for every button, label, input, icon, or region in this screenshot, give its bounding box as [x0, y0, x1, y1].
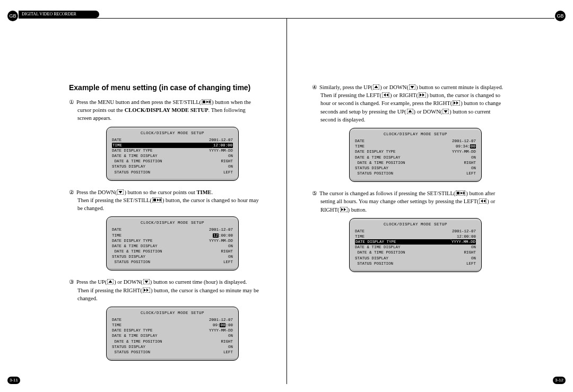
section-title: Example of menu setting (in case of chan…: [69, 83, 261, 92]
step-1: ①Press the MENU button and then press th…: [69, 98, 261, 123]
header-label: DIGITAL VIDEO RECORDER: [19, 11, 99, 18]
osd-screen-5: CLOCK/DISPLAY MODE SETUP DATE2001-12-07 …: [349, 218, 482, 272]
setstill-icon: [152, 197, 162, 203]
right-icon: [453, 100, 460, 106]
down-icon: [442, 109, 449, 114]
step-number-4: ④: [312, 83, 319, 91]
osd-screen-1: CLOCK/DISPLAY MODE SETUP DATE2001-12-07 …: [106, 127, 239, 181]
step-number-1: ①: [69, 98, 76, 106]
step-number-5: ⑤: [312, 189, 319, 197]
right-icon: [143, 288, 150, 293]
step-3: ③Press the UP() or DOWN() button so curr…: [69, 278, 261, 302]
left-icon: [479, 198, 487, 204]
step-number-3: ③: [69, 278, 76, 286]
down-icon: [409, 84, 415, 90]
page-spread: Example of menu setting (in case of chan…: [0, 19, 573, 384]
page-number-left: 3-11: [7, 377, 20, 384]
page-left: Example of menu setting (in case of chan…: [0, 19, 286, 384]
right-icon: [419, 92, 426, 98]
left-icon: [382, 92, 389, 98]
page-number-right: 3-12: [553, 377, 566, 384]
osd-screen-2: CLOCK/DISPLAY MODE SETUP DATE2001-12-07 …: [106, 216, 239, 271]
setstill-icon: [456, 190, 465, 196]
down-icon: [143, 279, 150, 284]
right-icon: [340, 207, 348, 212]
down-icon: [117, 189, 124, 195]
step-number-2: ②: [69, 188, 76, 196]
up-icon: [107, 279, 114, 284]
step-5: ⑤The cursor is changed as follows if pre…: [312, 189, 504, 214]
up-icon: [407, 109, 413, 114]
step-4: ④Similarly, press the UP() or DOWN() but…: [312, 83, 504, 124]
osd-screen-4: CLOCK/DISPLAY MODE SETUP DATE2001-12-07 …: [349, 128, 482, 182]
osd-screen-3: CLOCK/DISPLAY MODE SETUP DATE2001-12-07 …: [106, 307, 239, 361]
up-icon: [373, 84, 379, 90]
page-right: ④Similarly, press the UP() or DOWN() but…: [286, 19, 573, 384]
step-2: ②Press the DOWN() button so the cursor p…: [69, 188, 261, 213]
setstill-icon: [202, 99, 211, 104]
